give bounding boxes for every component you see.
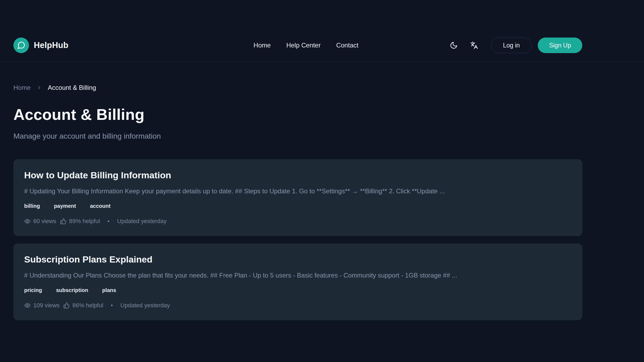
meta-separator: • [108,218,110,225]
thumbs-up-icon [60,218,67,224]
views-label: 60 views [33,218,56,225]
nav-link-help-center[interactable]: Help Center [286,42,321,49]
chat-bubble-icon [13,38,29,53]
article-tags: billing payment account [24,203,572,209]
article-title[interactable]: How to Update Billing Information [24,170,572,180]
article-card-subscription-plans[interactable]: Subscription Plans Explained # Understan… [13,243,582,320]
tag: plans [102,287,116,293]
header-actions: Log in Sign Up [445,37,583,54]
article-card-billing-info[interactable]: How to Update Billing Information # Upda… [13,159,582,236]
site-header: HelpHub Home Help Center Contact [0,0,644,62]
helpful-label: 89% helpful [69,218,100,225]
eye-icon [24,218,31,224]
article-meta: 60 views 89% helpful • Updated yesterday [24,218,572,225]
page-title: Account & Billing [13,105,582,123]
updated-label: Updated yesterday [120,302,170,309]
article-title[interactable]: Subscription Plans Explained [24,254,572,265]
meta-separator: • [111,302,113,309]
brand-logo[interactable]: HelpHub [13,38,68,53]
breadcrumb-current: Account & Billing [48,84,96,91]
language-button[interactable] [466,37,482,54]
nav-link-contact[interactable]: Contact [336,42,358,49]
main-nav: Home Help Center Contact [254,42,358,49]
tag: account [90,203,111,209]
chevron-right-icon [36,85,42,90]
moon-icon [450,41,458,49]
updated-label: Updated yesterday [117,218,167,225]
views-label: 109 views [33,302,60,309]
views-stat: 109 views [24,302,60,309]
tag: pricing [24,287,42,293]
article-tags: pricing subscription plans [24,287,572,293]
brand-name: HelpHub [34,40,68,50]
tag: billing [24,203,40,209]
translate-icon [470,41,478,49]
breadcrumb: Home Account & Billing [13,84,582,91]
signup-button[interactable]: Sign Up [538,38,582,53]
thumbs-up-icon [63,302,70,309]
helpful-stat: 86% helpful [63,302,103,309]
theme-toggle-button[interactable] [445,37,462,54]
tag: payment [54,203,76,209]
article-excerpt: # Updating Your Billing Information Keep… [24,187,572,195]
main-content: Home Account & Billing Account & Billing… [13,84,582,320]
article-excerpt: # Understanding Our Plans Choose the pla… [24,272,572,279]
nav-link-home[interactable]: Home [254,42,271,49]
tag: subscription [56,287,88,293]
views-stat: 60 views [24,218,56,225]
helpful-label: 86% helpful [72,302,103,309]
breadcrumb-home-link[interactable]: Home [13,84,31,91]
eye-icon [24,302,31,309]
login-button[interactable]: Log in [491,38,532,53]
helpful-stat: 89% helpful [60,218,100,225]
page-subtitle: Manage your account and billing informat… [13,132,582,141]
article-meta: 109 views 86% helpful • Updated yesterda… [24,302,572,309]
article-list: How to Update Billing Information # Upda… [13,159,582,320]
